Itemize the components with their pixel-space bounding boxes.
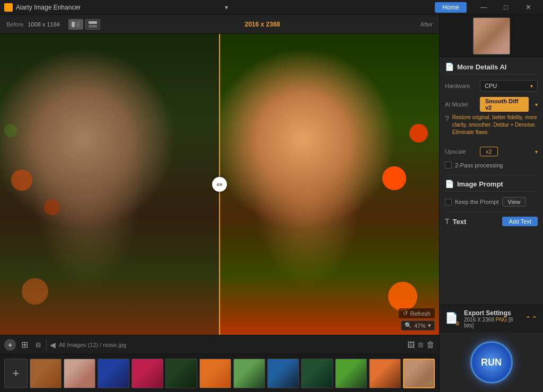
thumb-8[interactable]	[267, 359, 299, 388]
thumb-8-img	[268, 359, 299, 388]
preview-image	[473, 17, 510, 55]
details-ai-section: 📄 More Details AI	[445, 63, 538, 75]
thumb-7[interactable]	[233, 359, 265, 388]
minimize-button[interactable]: —	[473, 0, 494, 15]
zoom-arrow: ▾	[428, 322, 431, 329]
filmstrip-path: All Images (12) / noise.jpg	[59, 342, 404, 348]
thumb-9-img	[302, 359, 332, 388]
app-title: Aiarty Image Enhancer	[16, 4, 223, 11]
svg-rect-3	[89, 25, 97, 28]
right-panel: 📄 More Details AI Hardware CPU ▾ AI Mode…	[439, 15, 543, 392]
hardware-label: Hardware	[445, 83, 477, 89]
ai-model-dropdown-icon[interactable]: ▾	[535, 102, 538, 108]
export-size: 2016 X 2368	[464, 317, 494, 323]
export-gear-icon: ⚙	[455, 320, 460, 326]
filmstrip-add-button[interactable]: +	[4, 359, 28, 388]
thumb-2[interactable]	[64, 359, 95, 388]
after-label: After	[421, 21, 433, 28]
thumb-5[interactable]	[165, 359, 197, 388]
titlebar: Aiarty Image Enhancer ▾ Home — □ ✕	[0, 0, 543, 15]
panel-content: 📄 More Details AI Hardware CPU ▾ AI Mode…	[440, 57, 543, 305]
keep-prompt-label: Keep the Prompt	[455, 199, 499, 205]
thumb-1[interactable]	[30, 359, 62, 388]
export-meta: 2016 X 2368 PNG [8 bits]	[464, 317, 521, 328]
add-image-button[interactable]: +	[4, 339, 16, 351]
run-button[interactable]: RUN	[470, 341, 513, 384]
svg-rect-1	[76, 22, 80, 27]
filmstrip-image-icon: 🖼	[407, 341, 415, 349]
thumb-9[interactable]	[301, 359, 333, 388]
view-prompt-button[interactable]: View	[502, 197, 527, 207]
thumb-4[interactable]	[132, 359, 163, 388]
main-layout: Before 1008 x 1184 2016 x 2368 After	[0, 15, 543, 392]
after-side	[220, 34, 439, 335]
thumb-10-img	[336, 359, 366, 388]
thumb-12[interactable]: ✓	[403, 359, 435, 388]
view-toggle	[68, 19, 100, 30]
export-icon-container: 📄 ⚙	[445, 311, 460, 326]
text-section-icon: T	[445, 217, 450, 226]
canvas-area: Before 1008 x 1184 2016 x 2368 After	[0, 15, 439, 392]
text-section-title: Text	[453, 218, 467, 226]
hardware-select[interactable]: CPU ▾	[480, 80, 538, 92]
close-button[interactable]: ✕	[518, 0, 539, 15]
twopass-checkbox[interactable]	[445, 162, 452, 168]
grid-view-icon[interactable]: ⊞	[21, 340, 28, 350]
after-portrait	[220, 34, 439, 335]
section-divider-1	[445, 175, 538, 175]
upscale-dropdown-icon[interactable]: ▾	[535, 149, 538, 155]
ai-model-label: AI Model	[445, 101, 477, 108]
thumb-12-check: ✓	[428, 380, 433, 386]
list-view-icon[interactable]: ⊟	[36, 341, 41, 349]
maximize-button[interactable]: □	[495, 0, 516, 15]
zoom-label: 47%	[414, 323, 426, 329]
details-ai-title: More Details AI	[457, 63, 506, 71]
thumb-5-img	[166, 359, 197, 388]
thumb-2-img	[64, 359, 95, 388]
text-section-header: T Text Add Text	[445, 217, 538, 226]
refresh-button[interactable]: ↺ Refresh	[399, 308, 435, 318]
image-canvas[interactable]: ⇔ ↺ Refresh 🔍 47% ▾	[0, 34, 439, 335]
zoom-control[interactable]: 🔍 47% ▾	[401, 320, 435, 331]
image-prompt-section: 📄 Image Prompt Keep the Prompt View	[445, 180, 538, 207]
upscale-value[interactable]: x2	[480, 147, 498, 156]
export-bar: 📄 ⚙ Export Settings 2016 X 2368 PNG [8 b…	[440, 305, 543, 333]
export-expand-icon[interactable]: ⌃⌃	[525, 315, 538, 323]
twopass-label: 2-Pass processing	[455, 162, 503, 168]
path-filename: noise.jpg	[103, 342, 126, 348]
zoom-icon: 🔍	[405, 322, 412, 329]
upscale-label: Upscale	[445, 148, 477, 155]
keep-prompt-checkbox[interactable]	[445, 199, 452, 206]
image-prompt-title: Image Prompt	[457, 180, 503, 188]
before-side	[0, 34, 220, 335]
text-section: T Text Add Text	[445, 217, 538, 226]
hardware-row: Hardware CPU ▾	[445, 80, 538, 92]
help-icon[interactable]: ?	[445, 114, 449, 123]
path-prefix: All Images (12)	[59, 342, 98, 348]
hardware-dropdown-icon: ▾	[530, 83, 533, 89]
canvas-controls: ↺ Refresh 🔍 47% ▾	[399, 308, 435, 331]
thumb-11[interactable]	[369, 359, 401, 388]
image-prompt-header: 📄 Image Prompt	[445, 180, 538, 192]
compare-view-button[interactable]	[85, 19, 100, 30]
split-handle[interactable]: ⇔	[212, 177, 227, 192]
thumb-3[interactable]	[98, 359, 129, 388]
section-divider-2	[445, 212, 538, 212]
ai-model-description: Restore original, better fidelity, more …	[452, 114, 538, 136]
export-info: Export Settings 2016 X 2368 PNG [8 bits]	[464, 309, 521, 328]
app-icon	[4, 3, 13, 12]
nav-prev-icon[interactable]: ◀	[50, 341, 56, 349]
app-dropdown-icon[interactable]: ▾	[225, 4, 228, 11]
split-view-button[interactable]	[68, 19, 83, 30]
thumb-6[interactable]	[199, 359, 231, 388]
run-container: RUN	[440, 333, 543, 392]
thumb-6-img	[200, 359, 231, 388]
hardware-value: CPU	[485, 83, 497, 89]
home-button[interactable]: Home	[435, 2, 467, 13]
thumb-10[interactable]	[335, 359, 367, 388]
add-text-button[interactable]: Add Text	[502, 217, 538, 226]
delete-button[interactable]: 🗑	[426, 340, 435, 350]
enhanced-size: 2016 x 2368	[109, 21, 416, 28]
filmstrip: +	[0, 354, 439, 392]
info-bar: Before 1008 x 1184 2016 x 2368 After	[0, 15, 439, 34]
